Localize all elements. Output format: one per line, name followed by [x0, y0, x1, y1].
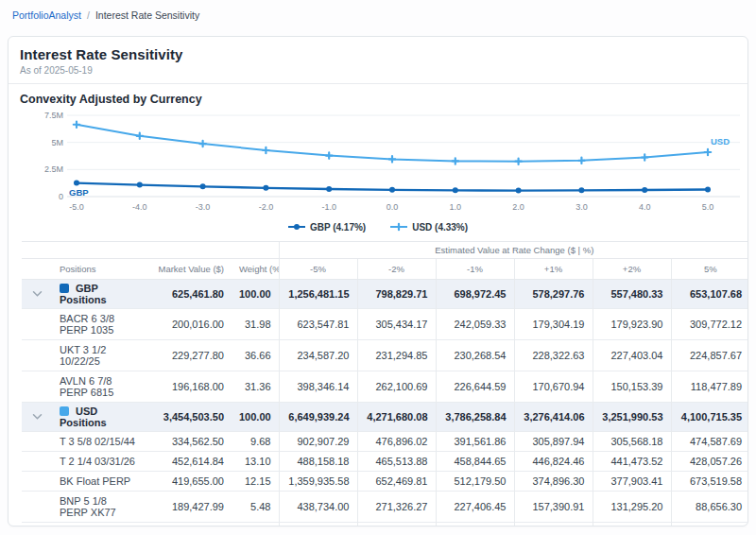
- estimated-value-cell: 271,326.27: [357, 492, 436, 523]
- data-point-usd[interactable]: [199, 141, 205, 147]
- estimated-value-cell: 305,568.18: [593, 432, 671, 452]
- report-header: Interest Rate Sensitivity As of 2025-05-…: [9, 37, 747, 84]
- data-point-usd[interactable]: [515, 159, 521, 164]
- x-axis-tick-label: -2.0: [259, 202, 274, 212]
- estimated-value-cell: 1,359,935.58: [279, 472, 357, 492]
- expander-cell: [22, 340, 52, 371]
- data-point-gbp[interactable]: [516, 188, 522, 194]
- estimated-value-cell: 88,656.30: [671, 492, 748, 523]
- data-point-usd[interactable]: [705, 149, 711, 155]
- estimated-value-cell: 157,390.91: [514, 492, 593, 523]
- estimated-value-cell: 262,100.69: [357, 371, 436, 403]
- position-label-cell: AVLN 6 7/8 PERP 6815: [52, 371, 145, 403]
- data-point-gbp[interactable]: [705, 187, 711, 193]
- estimated-value-cell: 374,896.30: [514, 472, 593, 492]
- group-header-spacer: [22, 242, 279, 259]
- data-point-gbp[interactable]: [389, 187, 395, 193]
- data-point-gbp[interactable]: [74, 181, 79, 186]
- data-point-usd[interactable]: [642, 154, 647, 160]
- estimated-value-cell: 3,786,258.84: [436, 403, 514, 432]
- position-label-cell: BACR 6 3/8 PERP 1035: [52, 309, 145, 340]
- data-point-gbp[interactable]: [578, 187, 584, 193]
- data-point-usd[interactable]: [326, 152, 332, 158]
- data-point-usd[interactable]: [263, 147, 268, 153]
- legend-item-usd[interactable]: USD (4.33%): [390, 222, 468, 233]
- estimated-value-cell: 231,294.85: [357, 340, 436, 371]
- x-axis-tick-label: -1.0: [321, 202, 336, 212]
- position-name: BK Float PERP: [60, 475, 130, 487]
- position-label-cell: T 3 5/8 02/15/44: [52, 432, 145, 452]
- estimated-value-cell: 4,100,715.35: [671, 403, 748, 432]
- estimated-value-cell: 3,251,990.53: [593, 403, 671, 432]
- data-point-gbp[interactable]: [326, 186, 332, 192]
- column-header-2: +2%: [593, 259, 671, 280]
- estimated-value-cell: 398,346.14: [279, 371, 357, 403]
- group-row[interactable]: USD Positions3,454,503.50100.006,649,939…: [22, 403, 748, 432]
- expander-cell: [22, 371, 52, 403]
- position-row: UKT 3 1/2 10/22/25229,277.8036.66234,587…: [22, 340, 748, 371]
- currency-swatch-icon: [60, 284, 69, 293]
- column-header-row: PositionsMarket Value ($)Weight (%)-5%-2…: [22, 259, 748, 280]
- position-name: T 2 1/4 03/31/26: [60, 456, 135, 467]
- expander-cell: [22, 523, 52, 527]
- estimated-value-cell: 242,059.33: [436, 309, 514, 340]
- estimated-value-cell: 474,587.69: [671, 432, 748, 452]
- estimated-value-cell: 1,347,070.12: [436, 523, 514, 527]
- data-point-usd[interactable]: [389, 156, 395, 162]
- breadcrumb-link-portfolioanalyst[interactable]: PortfolioAnalyst: [12, 9, 81, 21]
- weight-cell: 13.10: [232, 452, 279, 472]
- estimated-value-cell: 476,896.02: [357, 432, 436, 452]
- data-point-gbp[interactable]: [200, 183, 206, 189]
- x-axis-tick-label: 5.0: [702, 202, 714, 212]
- estimated-value-cell: 557,480.33: [593, 280, 671, 309]
- estimated-value-cell: 902,907.29: [279, 432, 357, 452]
- expander-cell: [22, 452, 52, 472]
- legend-item-gbp[interactable]: GBP (4.17%): [288, 222, 366, 233]
- estimated-value-cell: 118,477.89: [671, 371, 748, 403]
- data-point-gbp[interactable]: [642, 187, 647, 193]
- estimated-value-cell: 1,256,481.15: [279, 280, 357, 309]
- estimated-value-cell: 305,897.94: [514, 432, 593, 452]
- legend-marker-icon: [288, 222, 305, 232]
- series-label-usd: USD: [711, 136, 730, 147]
- chevron-down-icon[interactable]: [32, 290, 43, 298]
- rate-change-group-header-row: Estimated Value at Rate Change ($ | %): [22, 242, 748, 259]
- column-header-weight: Weight (%): [232, 259, 279, 280]
- position-label-cell: BK Float PERP: [52, 472, 145, 492]
- expander-cell: [22, 403, 52, 432]
- data-point-usd[interactable]: [453, 158, 458, 164]
- column-header-1: +1%: [514, 259, 593, 280]
- estimated-value-cell: 673,519.58: [671, 472, 748, 492]
- x-axis-tick-label: -5.0: [69, 202, 84, 212]
- market-value-cell: 1,344,363.99: [145, 523, 232, 527]
- y-axis-tick-label: 5M: [51, 138, 63, 147]
- data-point-gbp[interactable]: [263, 185, 268, 191]
- page-title: Interest Rate Sensitivity: [20, 46, 736, 62]
- estimated-value-cell: 150,153.39: [593, 371, 671, 403]
- weight-cell: 31.98: [232, 309, 279, 340]
- group-row[interactable]: GBP Positions625,461.80100.001,256,481.1…: [22, 280, 748, 309]
- data-point-usd[interactable]: [74, 122, 79, 128]
- estimated-value-cell: 1,341,731.34: [514, 523, 593, 527]
- market-value-cell: 200,016.00: [145, 309, 232, 340]
- market-value-cell: 625,461.80: [145, 280, 232, 309]
- chart-title: Convexity Adjusted by Currency: [9, 84, 747, 108]
- expander-column-header: [22, 259, 52, 280]
- estimated-value-cell: 488,158.18: [279, 452, 357, 472]
- breadcrumb-current: Interest Rate Sensitivity: [95, 9, 199, 21]
- estimated-value-cell: 446,824.46: [514, 452, 593, 472]
- currency-swatch-icon: [60, 406, 69, 416]
- series-label-gbp: GBP: [69, 187, 89, 198]
- data-point-usd[interactable]: [137, 133, 143, 139]
- estimated-value-cell: 131,295.20: [593, 492, 671, 523]
- estimated-value-cell: 305,434.17: [357, 309, 436, 340]
- data-point-gbp[interactable]: [137, 182, 143, 188]
- chevron-down-icon[interactable]: [32, 413, 43, 421]
- weight-cell: 5.48: [232, 492, 279, 523]
- data-point-gbp[interactable]: [453, 187, 458, 193]
- weight-cell: 31.36: [232, 371, 279, 403]
- position-label-cell: UKT 3 1/2 10/22/25: [52, 340, 145, 371]
- group-label-cell: USD Positions: [52, 403, 145, 432]
- data-point-usd[interactable]: [578, 158, 584, 164]
- estimated-value-cell: 653,107.68: [671, 280, 748, 309]
